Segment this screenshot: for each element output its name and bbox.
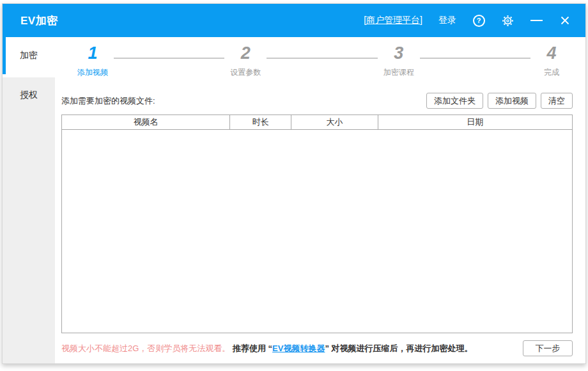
video-table-header: 视频名 时长 大小 日期: [62, 115, 572, 130]
titlebar: EV加密 [商户管理平台] 登录 ?: [3, 4, 585, 37]
minimize-icon[interactable]: [530, 14, 543, 27]
video-table-body: [62, 130, 572, 333]
close-icon[interactable]: [559, 14, 571, 27]
step-4-finish: 4 完成: [534, 43, 569, 78]
add-video-button[interactable]: 添加视频: [488, 93, 536, 109]
sidebar-item-encrypt[interactable]: 加密: [3, 37, 55, 74]
sidebar-rest: 授权: [3, 77, 55, 363]
clear-button[interactable]: 清空: [541, 93, 573, 109]
footer-tip: 视频大小不能超过2G，否则学员将无法观看。 推荐使用 “EV视频转换器” 对视频…: [61, 343, 473, 354]
footer-row: 视频大小不能超过2G，否则学员将无法观看。 推荐使用 “EV视频转换器” 对视频…: [55, 333, 585, 356]
step-1-label: 添加视频: [77, 67, 108, 78]
step-connector: [114, 58, 224, 59]
toolbar-buttons: 添加文件夹 添加视频 清空: [426, 93, 573, 109]
add-folder-button[interactable]: 添加文件夹: [426, 93, 483, 109]
settings-gear-icon[interactable]: [501, 14, 514, 27]
step-indicator: 1 添加视频 2 设置参数 3 加密课程 4 完成: [55, 37, 585, 87]
column-header-size: 大小: [291, 115, 378, 129]
next-step-button[interactable]: 下一步: [523, 340, 573, 356]
sidebar-item-authorize[interactable]: 授权: [3, 77, 55, 113]
step-3-encrypt-course: 3 加密课程: [382, 43, 416, 78]
step-connector: [267, 58, 377, 59]
login-link[interactable]: 登录: [438, 15, 456, 26]
step-connector: [420, 58, 530, 59]
column-header-date: 日期: [378, 115, 572, 129]
column-header-video-name: 视频名: [62, 115, 230, 129]
step-3-number: 3: [394, 43, 403, 63]
toolbar-row: 添加需要加密的视频文件: 添加文件夹 添加视频 清空: [55, 87, 585, 114]
app-title: EV加密: [20, 13, 58, 28]
size-warning-text: 视频大小不能超过2G，否则学员将无法观看。: [61, 343, 230, 353]
main-content: 1 添加视频 2 设置参数 3 加密课程 4 完成: [55, 37, 585, 363]
titlebar-actions: [商户管理平台] 登录 ?: [364, 14, 571, 27]
section-label: 添加需要加密的视频文件:: [61, 95, 155, 107]
close-glyph: [560, 15, 570, 26]
tip-prefix-text: 推荐使用 “: [233, 343, 272, 353]
tip-suffix-text: ” 对视频进行压缩后，再进行加密处理。: [325, 343, 472, 353]
step-2-label: 设置参数: [230, 67, 261, 78]
step-2-set-params: 2 设置参数: [228, 43, 263, 78]
step-4-number: 4: [546, 43, 556, 63]
merchant-platform-link[interactable]: [商户管理平台]: [364, 15, 422, 26]
help-icon[interactable]: ?: [472, 14, 485, 27]
step-3-label: 加密课程: [383, 67, 414, 78]
step-4-label: 完成: [544, 67, 559, 78]
step-1-number: 1: [88, 43, 97, 63]
app-window: EV加密 [商户管理平台] 登录 ?: [2, 3, 586, 364]
gear-glyph: [502, 15, 514, 27]
help-question-glyph: ?: [473, 15, 485, 27]
ev-converter-link[interactable]: EV视频转换器: [272, 343, 325, 353]
app-body: 加密 授权 1 添加视频 2 设置参数: [3, 37, 585, 363]
sidebar-item-authorize-label: 授权: [20, 90, 38, 101]
video-table: 视频名 时长 大小 日期: [61, 114, 573, 333]
sidebar-item-encrypt-label: 加密: [20, 50, 38, 61]
step-1-add-video: 1 添加视频: [75, 43, 110, 78]
step-2-number: 2: [241, 43, 251, 63]
sidebar: 加密 授权: [3, 37, 55, 363]
column-header-duration: 时长: [230, 115, 291, 129]
